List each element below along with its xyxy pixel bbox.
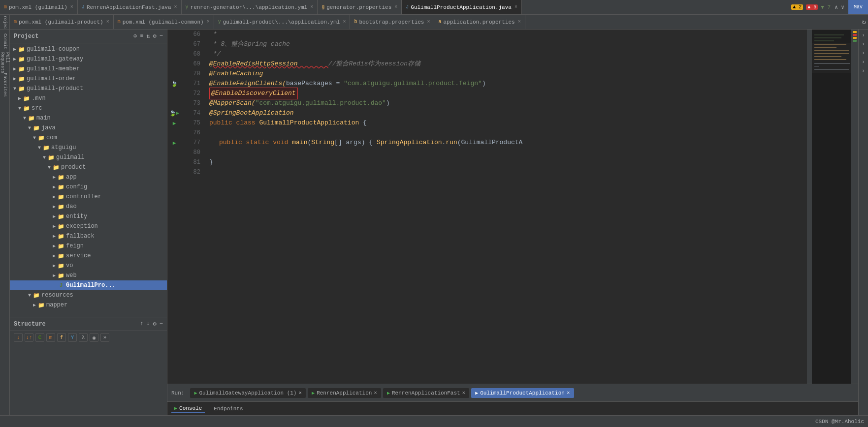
tree-item[interactable]: ▼📁resources: [10, 290, 167, 300]
class-icon-btn[interactable]: C: [35, 333, 44, 342]
close-icon[interactable]: ×: [174, 4, 177, 10]
tab-renren-yml[interactable]: y renren-generator\...\application.yml ×: [182, 0, 318, 15]
run-arrow-icon[interactable]: ▶: [173, 120, 176, 126]
tree-item[interactable]: ▼📁com: [10, 133, 167, 143]
tree-item[interactable]: ▼📁java: [10, 123, 167, 133]
tree-item[interactable]: ▶📁fallback: [10, 231, 167, 241]
favorites-label[interactable]: Favorites: [1, 75, 9, 94]
vertical-scrollbar[interactable]: [807, 30, 812, 384]
code-content[interactable]: * * 8、整合Spring cache */@EnableRedisHttpS…: [203, 30, 807, 384]
method-icon-btn[interactable]: m: [46, 333, 55, 342]
tree-item[interactable]: ▶📁controller: [10, 192, 167, 202]
tree-item[interactable]: ▶📁gulimall-order: [10, 74, 167, 84]
commit-label[interactable]: Commit: [1, 31, 9, 51]
far-right-btn3[interactable]: ›: [860, 49, 868, 57]
close-icon[interactable]: ×: [310, 4, 313, 10]
sort-icon[interactable]: ⇅: [146, 32, 150, 40]
tree-item[interactable]: ▶📁gulimall-coupon: [10, 44, 167, 54]
far-right-btn2[interactable]: ›: [860, 40, 868, 48]
tab-product-yml[interactable]: y gulimall-product\...\application.yml ×: [214, 15, 351, 30]
lambda-icon-btn[interactable]: λ: [79, 333, 88, 342]
close-icon[interactable]: ×: [514, 4, 517, 10]
close-icon[interactable]: ×: [343, 19, 346, 25]
add-icon[interactable]: ⊕: [133, 32, 137, 40]
tab-pom-common[interactable]: m pom.xml (gulimall-common) ×: [114, 15, 214, 30]
sort-asc-icon[interactable]: ↑: [140, 320, 143, 328]
tree-item[interactable]: ▶📁web: [10, 271, 167, 280]
code-line: [207, 148, 807, 157]
tree-item[interactable]: ▶📁app: [10, 172, 167, 182]
code-area[interactable]: 🍃🍃▶▶▶ 666768697071727374757677808182 * *…: [167, 30, 858, 384]
pull-requests-label[interactable]: Pull Requests: [1, 53, 9, 73]
close-icon[interactable]: ×: [374, 390, 377, 396]
folder-icon: 📁: [57, 194, 65, 200]
tab-renren-fast[interactable]: J RenrenApplicationFast.java ×: [78, 0, 182, 15]
filter-icon-btn[interactable]: Y: [68, 333, 77, 342]
tree-item[interactable]: ▼📁main: [10, 113, 167, 123]
close-icon[interactable]: ×: [70, 4, 73, 10]
tab-pom-product[interactable]: m pom.xml (gulimall-product) ×: [10, 15, 114, 30]
tree-item[interactable]: ▶📁vo: [10, 261, 167, 271]
far-right-btn4[interactable]: ›: [860, 58, 868, 66]
tree-item[interactable]: ▶📁feign: [10, 241, 167, 251]
project-tree[interactable]: ▶📁gulimall-coupon▶📁gulimall-gateway▶📁gul…: [10, 43, 167, 317]
tree-item[interactable]: ▶📁service: [10, 251, 167, 261]
struct-minus-icon[interactable]: −: [160, 320, 163, 328]
tree-item[interactable]: ▼📁gulimall: [10, 152, 167, 162]
tree-item[interactable]: JGulimallPro...: [10, 280, 167, 290]
tree-arrow: ▼: [17, 106, 23, 111]
tab-bootstrap-props[interactable]: b bootstrap.properties ×: [350, 15, 434, 30]
run-tab-renren[interactable]: ▶ RenrenApplication ×: [308, 388, 381, 398]
tree-item[interactable]: ▼📁product: [10, 162, 167, 172]
leaf-icon: 🍃: [171, 81, 178, 87]
tree-item[interactable]: ▶📁gulimall-member: [10, 64, 167, 74]
field-icon-btn[interactable]: f: [57, 333, 66, 342]
endpoints-tab[interactable]: Endpoints: [211, 405, 246, 413]
settings-icon[interactable]: ⚙: [153, 32, 157, 40]
refresh-icon[interactable]: ↻: [862, 18, 866, 26]
expand-icon-btn[interactable]: ◉: [90, 333, 98, 342]
code-line: @SpringBootApplication: [207, 108, 807, 118]
run-gutter-icon[interactable]: ▶: [176, 110, 179, 116]
tree-item[interactable]: ▶📁mapper: [10, 300, 167, 310]
close-icon[interactable]: ×: [394, 4, 397, 10]
close-icon[interactable]: ×: [462, 390, 466, 396]
maven-button[interactable]: Mav: [848, 0, 868, 15]
tree-item[interactable]: ▶📁config: [10, 182, 167, 192]
tree-item[interactable]: ▶📁gulimall-gateway: [10, 54, 167, 64]
tree-item[interactable]: ▶📁exception: [10, 221, 167, 231]
close-icon[interactable]: ×: [427, 19, 430, 25]
tab-pom-gulimall[interactable]: m pom.xml (gulimall) ×: [0, 0, 78, 15]
keyword-void: void: [273, 138, 292, 148]
console-tab[interactable]: ▶ Console: [171, 404, 205, 413]
tree-item[interactable]: ▶📁.mvn: [10, 93, 167, 103]
close-icon[interactable]: ×: [567, 390, 570, 396]
far-right-btn5[interactable]: ›: [860, 67, 868, 75]
close-icon[interactable]: ×: [298, 390, 302, 396]
tree-item[interactable]: ▶📁dao: [10, 202, 167, 212]
line-number: 74: [181, 108, 200, 118]
tree-item[interactable]: ▼📁atguigu: [10, 143, 167, 152]
tree-item[interactable]: ▼📁src: [10, 103, 167, 113]
sort-desc-icon[interactable]: ↓: [146, 320, 150, 328]
struct-settings-icon[interactable]: ⚙: [153, 320, 157, 328]
far-right-btn1[interactable]: ›: [860, 31, 868, 39]
close-icon[interactable]: ×: [518, 19, 521, 25]
tab-product-app[interactable]: J GulimallProductApplication.java ×: [402, 0, 522, 15]
run-tab-renren-fast[interactable]: ▶ RenrenApplicationFast ×: [383, 388, 469, 398]
tree-item[interactable]: ▼📁gulimall-product: [10, 84, 167, 93]
close-icon[interactable]: ×: [207, 19, 210, 25]
error-strip: [853, 34, 857, 36]
run-tab-product[interactable]: ▶ GulimallProductApplication ×: [471, 388, 574, 398]
run-tab-gateway[interactable]: ▶ GulimallGatewayApplication (1) ×: [190, 388, 306, 398]
more-icon-btn[interactable]: »: [100, 333, 109, 342]
tab-generator-props[interactable]: g generator.properties ×: [318, 0, 402, 15]
sort-btn2[interactable]: ↓↑: [25, 333, 33, 342]
run-arrow-icon[interactable]: ▶: [173, 140, 176, 146]
minus-icon[interactable]: −: [160, 32, 163, 40]
list-icon[interactable]: ≡: [140, 32, 143, 40]
sort-btn[interactable]: ↓: [14, 333, 23, 342]
close-icon[interactable]: ×: [106, 19, 109, 25]
tree-item[interactable]: ▶📁entity: [10, 212, 167, 221]
tab-app-props[interactable]: a application.properties ×: [434, 15, 525, 30]
